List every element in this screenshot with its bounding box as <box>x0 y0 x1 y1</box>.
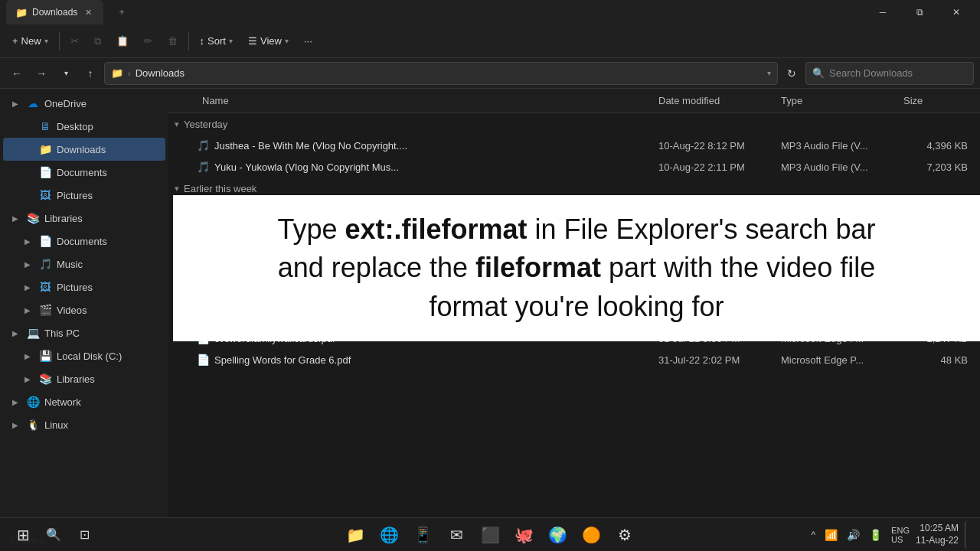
sidebar-item-linux[interactable]: ▶🐧Linux <box>3 413 165 436</box>
file-name: Yuku - Yukowla (Vlog No Copyright Mus... <box>214 161 652 173</box>
address-bar[interactable]: 📁 › Downloads ▾ <box>104 62 778 85</box>
address-folder-icon: 📁 <box>111 67 123 79</box>
recent-locations-button[interactable]: ▾ <box>55 63 77 84</box>
new-tab-button[interactable]: + <box>109 0 133 24</box>
expand-icon-downloads <box>21 143 34 155</box>
expand-icon-linux: ▶ <box>9 419 21 431</box>
overlay-text-3: and replace the <box>278 252 475 283</box>
back-button[interactable]: ← <box>6 63 28 84</box>
sidebar-item-onedrive[interactable]: ▶☁OneDrive📌 <box>3 92 165 115</box>
name-column-header[interactable]: Name <box>196 95 652 106</box>
sidebar-item-desktop[interactable]: 🖥Desktop📌 <box>3 115 165 138</box>
group-header-yesterday[interactable]: ▾Yesterday <box>168 113 980 135</box>
sidebar-item-videos[interactable]: ▶🎬Videos <box>3 298 165 321</box>
new-button[interactable]: + New ▾ <box>6 29 54 54</box>
sidebar-item-pictures[interactable]: 🖼Pictures📌 <box>3 184 165 207</box>
sort-label: Sort <box>207 35 226 47</box>
maximize-button[interactable]: ⧉ <box>902 0 937 24</box>
sidebar-label-downloads: Downloads <box>57 144 143 155</box>
sidebar-icon-libraries2: 📚 <box>38 372 52 386</box>
search-placeholder: Search Downloads <box>829 67 913 79</box>
tab-icon: 📁 <box>15 7 28 18</box>
sidebar-item-localdisk[interactable]: ▶💾Local Disk (C:) <box>3 344 165 367</box>
sidebar-item-downloads[interactable]: 📁Downloads📌 <box>3 138 165 161</box>
taskbar-app-edge[interactable]: 🌐 <box>375 521 403 549</box>
group-arrow: ▾ <box>175 119 179 129</box>
minimize-button[interactable]: ─ <box>865 0 900 24</box>
cut-button[interactable]: ✂ <box>64 29 85 54</box>
search-button[interactable]: 🔍 <box>40 521 67 549</box>
type-column-header[interactable]: Type <box>775 95 897 106</box>
toolbar-separator-2 <box>188 32 189 51</box>
overlay-bold-1: ext:.fileformat <box>345 214 527 245</box>
file-type: Microsoft Edge P... <box>775 354 897 366</box>
tab-close-button[interactable]: ✕ <box>82 6 94 18</box>
sidebar-label-music: Music <box>57 259 159 270</box>
taskbar-app-settings[interactable]: ⚙ <box>611 521 639 549</box>
more-button[interactable]: ··· <box>298 29 318 54</box>
file-name: Spelling Words for Grade 6.pdf <box>214 354 652 366</box>
forward-button[interactable]: → <box>31 63 52 84</box>
language-indicator[interactable]: ENGUS <box>891 526 910 544</box>
sort-button[interactable]: ↕ Sort ▾ <box>194 29 239 54</box>
refresh-button[interactable]: ↻ <box>781 63 802 84</box>
tray-wifi[interactable]: 📶 <box>822 529 841 541</box>
sidebar-icon-onedrive: ☁ <box>26 96 40 110</box>
window-controls: ─ ⧉ ✕ <box>865 0 974 24</box>
toolbar-separator-1 <box>59 32 60 51</box>
sidebar-label-pictures2: Pictures <box>57 282 159 293</box>
table-row[interactable]: 🎵 Justhea - Be With Me (Vlog No Copyrigh… <box>168 135 980 156</box>
rename-button[interactable]: ✏ <box>138 29 158 54</box>
taskbar-app-phone[interactable]: 📱 <box>409 521 436 549</box>
taskbar-app-explorer[interactable]: 📁 <box>341 521 369 549</box>
sidebar-label-network: Network <box>44 396 159 408</box>
show-desktop-button[interactable] <box>965 521 971 549</box>
size-column-header[interactable]: Size <box>897 95 974 106</box>
sidebar: ▶☁OneDrive📌🖥Desktop📌📁Downloads📌📄Document… <box>0 89 168 530</box>
taskbar-app-orange[interactable]: 🟠 <box>577 521 605 549</box>
sidebar-label-documents: Documents <box>57 167 143 178</box>
new-label: New <box>21 35 41 47</box>
sidebar-icon-thispc: 💻 <box>26 326 40 340</box>
taskbar-center: 📁🌐📱✉⬛🐙🌍🟠⚙ <box>341 521 639 549</box>
search-box[interactable]: 🔍 Search Downloads <box>805 62 974 85</box>
downloads-tab[interactable]: 📁 Downloads ✕ <box>6 0 103 24</box>
new-dropdown-icon: ▾ <box>44 37 48 45</box>
taskbar-app-github[interactable]: 🐙 <box>510 521 537 549</box>
up-button[interactable]: ↑ <box>80 63 101 84</box>
paste-button[interactable]: 📋 <box>110 29 135 54</box>
copy-button[interactable]: ⧉ <box>88 29 107 54</box>
taskbar-app-terminal[interactable]: ⬛ <box>476 521 504 549</box>
file-type: MP3 Audio File (V... <box>775 161 897 173</box>
address-dropdown-icon[interactable]: ▾ <box>767 69 771 77</box>
system-clock[interactable]: 10:25 AM 11-Aug-22 <box>916 523 959 546</box>
sidebar-item-documents2[interactable]: ▶📄Documents <box>3 230 165 253</box>
delete-button[interactable]: 🗑 <box>162 29 184 54</box>
sidebar-item-libraries2[interactable]: ▶📚Libraries <box>3 367 165 390</box>
sidebar-label-onedrive: OneDrive <box>44 98 143 109</box>
tray-battery[interactable]: 🔋 <box>866 529 885 541</box>
main-area: ▶☁OneDrive📌🖥Desktop📌📁Downloads📌📄Document… <box>0 89 980 530</box>
address-location: Downloads <box>136 67 185 79</box>
sidebar-item-pictures2[interactable]: ▶🖼Pictures <box>3 276 165 298</box>
table-row[interactable]: 🎵 Yuku - Yukowla (Vlog No Copyright Mus.… <box>168 156 980 178</box>
close-button[interactable]: ✕ <box>939 0 974 24</box>
date-column-header[interactable]: Date modified <box>652 95 775 106</box>
sidebar-item-network[interactable]: ▶🌐Network <box>3 390 165 413</box>
expand-icon-pictures2: ▶ <box>21 281 34 293</box>
table-row[interactable]: 📄 Spelling Words for Grade 6.pdf 31-Jul-… <box>168 349 980 370</box>
toolbar: + New ▾ ✂ ⧉ 📋 ✏ 🗑 ↕ Sort ▾ ☰ View ▾ ··· <box>0 24 980 58</box>
start-button[interactable]: ⊞ <box>9 521 37 549</box>
sidebar-item-documents[interactable]: 📄Documents📌 <box>3 161 165 184</box>
taskbar-app-mail[interactable]: ✉ <box>443 521 470 549</box>
tray-chevron[interactable]: ^ <box>808 530 818 540</box>
expand-icon-documents2: ▶ <box>21 235 34 247</box>
file-date: 10-Aug-22 2:11 PM <box>652 161 775 173</box>
tray-volume[interactable]: 🔊 <box>844 529 863 541</box>
sidebar-item-libraries[interactable]: ▶📚Libraries <box>3 207 165 230</box>
sidebar-item-thispc[interactable]: ▶💻This PC <box>3 321 165 344</box>
view-button[interactable]: ☰ View ▾ <box>242 29 295 54</box>
sidebar-item-music[interactable]: ▶🎵Music <box>3 253 165 276</box>
task-view-button[interactable]: ⊡ <box>70 521 98 549</box>
taskbar-app-earth[interactable]: 🌍 <box>544 521 571 549</box>
